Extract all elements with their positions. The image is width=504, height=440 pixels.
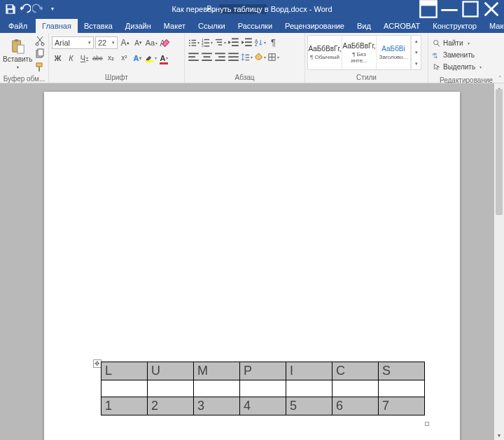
table-cell[interactable] [240,380,286,397]
tab-references[interactable]: Ссылки [192,19,232,33]
tab-table-layout[interactable]: Макет [483,19,504,33]
grow-font-icon[interactable]: A▴ [119,37,131,49]
ribbon-tabs: Файл Главная Вставка Дизайн Макет Ссылки… [0,18,504,33]
bold-icon[interactable]: Ж [52,52,64,64]
bullets-icon[interactable] [188,36,200,48]
table-cell[interactable]: M [194,362,240,380]
style-nospacing[interactable]: АаБбВвГг,¶ Без инте... [342,36,377,69]
justify-icon[interactable] [227,51,239,63]
collapse-ribbon-icon[interactable]: ˄ [498,75,502,82]
table-cell[interactable]: C [332,362,379,380]
style-normal[interactable]: АаБбВвГг,¶ Обычный [308,36,342,69]
copy-icon[interactable] [34,48,46,60]
scroll-thumb[interactable] [496,89,503,215]
table-cell[interactable]: 3 [194,397,240,415]
table-cell[interactable]: 4 [240,397,286,415]
tab-view[interactable]: Вид [351,19,377,33]
increase-indent-icon[interactable] [241,36,253,48]
subscript-icon[interactable]: x₂ [105,52,117,64]
table-cell[interactable]: U [148,362,194,380]
change-case-icon[interactable]: Aa [146,37,158,49]
superscript-icon[interactable]: x² [118,52,130,64]
table-cell[interactable] [286,380,332,397]
document-table[interactable]: L U M P I C S 1 2 3 4 [101,362,425,415]
minimize-icon[interactable] [440,0,459,18]
ribbon-display-options-icon[interactable] [419,0,438,18]
cut-icon[interactable] [34,35,46,46]
tab-file[interactable]: Файл [0,19,36,33]
style-heading1[interactable]: АаБбВіЗаголово... [377,36,411,69]
table-cell[interactable] [332,380,379,397]
shrink-font-icon[interactable]: A▾ [132,37,144,49]
styles-more-icon[interactable]: ▾ [412,58,421,69]
table-row[interactable]: 1 2 3 4 5 6 7 [102,397,425,415]
tab-table-design[interactable]: Конструктор [426,19,483,33]
align-left-icon[interactable] [188,51,200,63]
decrease-indent-icon[interactable] [227,36,239,48]
highlight-icon[interactable] [145,52,157,64]
svg-rect-44 [188,60,199,61]
font-size-combo[interactable]: 22▾ [95,36,118,49]
borders-icon[interactable] [267,51,279,63]
clear-format-icon[interactable]: A [159,37,171,49]
table-cell[interactable]: 2 [148,397,194,415]
table-row[interactable] [102,380,425,397]
scroll-down-icon[interactable]: ▾ [494,430,504,440]
document-area[interactable]: L U M P I C S 1 2 3 4 [0,83,504,440]
align-center-icon[interactable] [201,51,213,63]
table-cell[interactable]: P [240,362,286,380]
tab-acrobat[interactable]: ACROBAT [377,19,426,33]
tab-layout[interactable]: Макет [158,19,192,33]
table-cell[interactable] [102,380,148,397]
tab-home[interactable]: Главная [36,19,78,33]
styles-down-icon[interactable]: ▾ [412,47,421,58]
table-cell[interactable] [194,380,240,397]
styles-gallery[interactable]: АаБбВвГг,¶ Обычный АаБбВвГг,¶ Без инте..… [307,35,421,70]
table-cell[interactable]: I [286,362,332,380]
svg-rect-22 [192,43,197,43]
tab-insert[interactable]: Вставка [78,19,119,33]
font-name-combo[interactable]: Arial▾ [52,36,94,49]
text-effects-icon[interactable]: A [132,52,144,64]
strike-icon[interactable]: abc [92,52,104,64]
table-cell[interactable]: 1 [102,397,148,415]
table-cell[interactable] [379,380,425,397]
numbering-icon[interactable]: 123 [201,36,213,48]
undo-icon[interactable] [18,3,31,15]
shading-icon[interactable] [254,51,266,63]
show-marks-icon[interactable]: ¶ [267,36,279,48]
styles-up-icon[interactable]: ▴ [412,36,421,47]
tab-review[interactable]: Рецензирование [279,19,351,33]
svg-rect-24 [192,45,197,46]
table-row[interactable]: L U M P I C S [102,362,425,380]
table-resize-handle[interactable] [425,422,429,426]
italic-icon[interactable]: К [65,52,77,64]
tab-design[interactable]: Дизайн [119,19,158,33]
multilevel-icon[interactable] [214,36,226,48]
vertical-scrollbar[interactable]: ▴ ▾ [494,83,504,440]
find-button[interactable]: Найти▾ [433,37,482,48]
account-initial[interactable]: Р... [206,5,216,13]
tab-mailings[interactable]: Рассылки [232,19,279,33]
table-cell[interactable]: 7 [379,397,425,415]
underline-icon[interactable]: Ч [78,52,90,64]
redo-icon[interactable] [32,3,45,15]
table-cell[interactable]: 5 [286,397,332,415]
select-button[interactable]: Выделить▾ [433,61,482,72]
font-color-icon[interactable]: A [158,52,170,64]
replace-button[interactable]: abЗаменить [433,49,482,60]
sort-icon[interactable]: AZ [254,36,266,48]
line-spacing-icon[interactable] [241,51,253,63]
table-cell[interactable]: S [379,362,425,380]
table-cell[interactable]: L [102,362,148,380]
table-cell[interactable] [148,380,194,397]
paste-button[interactable]: Вставить ▾ [3,35,32,73]
close-icon[interactable] [482,0,501,18]
qat-customize-icon[interactable]: ▾ [46,3,59,15]
page[interactable]: L U M P I C S 1 2 3 4 [44,92,460,440]
align-right-icon[interactable] [214,51,226,63]
save-icon[interactable] [4,3,17,15]
table-cell[interactable]: 6 [332,397,379,415]
maximize-icon[interactable] [461,0,480,18]
format-painter-icon[interactable] [34,62,46,73]
